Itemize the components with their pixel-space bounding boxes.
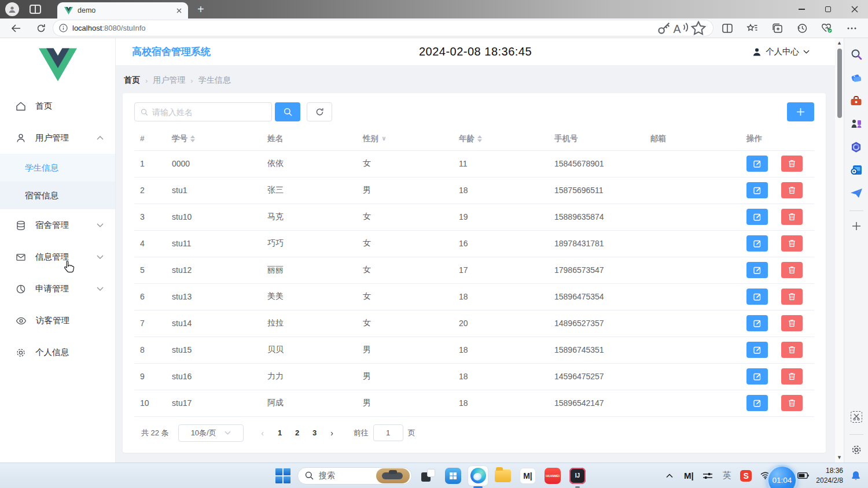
read-aloud-icon[interactable]: A (672, 20, 690, 36)
delete-button[interactable] (781, 156, 803, 172)
col-age[interactable]: 年龄 (453, 127, 549, 150)
sidebar-item-user-management[interactable]: 用户管理 (0, 122, 115, 154)
delete-button[interactable] (781, 368, 803, 385)
sidebar-item-home[interactable]: 首页 (0, 90, 115, 122)
delete-button[interactable] (781, 315, 803, 331)
page-scrollbar[interactable]: ▲ ▼ (835, 38, 844, 463)
sidebar-item-student-info[interactable]: 学生信息 (0, 154, 115, 182)
collections-icon[interactable] (768, 20, 786, 36)
edit-button[interactable] (746, 395, 768, 411)
scroll-down-arrow[interactable]: ▼ (835, 453, 844, 461)
search-highlight-image[interactable] (376, 468, 410, 483)
window-close-button[interactable] (841, 0, 868, 19)
edit-button[interactable] (746, 262, 768, 278)
window-restore-button[interactable] (815, 0, 841, 19)
games-icon[interactable] (849, 117, 863, 131)
microsoft-store-button[interactable] (443, 466, 463, 486)
breadcrumb-user-management[interactable]: 用户管理 (153, 75, 185, 86)
new-tab-button[interactable]: + (197, 3, 204, 16)
sort-icons[interactable] (190, 135, 195, 142)
breadcrumb-student-info[interactable]: 学生信息 (198, 75, 231, 86)
favorite-star-icon[interactable] (690, 20, 707, 36)
edit-button[interactable] (746, 342, 768, 358)
page-number-button[interactable]: 2 (289, 428, 306, 437)
taskbar-clock[interactable]: 18:36 2024/2/8 (816, 466, 843, 485)
password-key-icon[interactable] (655, 20, 672, 36)
tray-sliders-icon[interactable] (700, 467, 715, 485)
sidebar-item-dorm-admin-info[interactable]: 宿管信息 (0, 182, 115, 209)
shopping-icon[interactable] (849, 71, 863, 84)
delete-button[interactable] (781, 182, 803, 198)
scroll-up-arrow[interactable]: ▲ (835, 38, 844, 47)
history-icon[interactable] (793, 20, 811, 36)
browser-tab-demo[interactable]: demo (57, 2, 188, 19)
page-number-button[interactable]: 3 (306, 428, 323, 437)
edit-button[interactable] (746, 289, 768, 305)
sort-icons[interactable] (477, 135, 482, 142)
sidebar-item-application-management[interactable]: 申请管理 (0, 273, 115, 305)
browser-essentials-icon[interactable] (818, 20, 836, 36)
split-screen-icon[interactable] (719, 20, 736, 36)
edit-button[interactable] (746, 156, 768, 172)
delete-button[interactable] (781, 262, 803, 278)
sidebar-item-visitor-management[interactable]: 访客管理 (0, 305, 115, 337)
col-gender[interactable]: 性别∨ (357, 127, 453, 150)
delete-button[interactable] (781, 395, 803, 411)
delete-button[interactable] (781, 289, 803, 305)
user-menu[interactable]: 个人中心 (752, 46, 810, 57)
toolbox-icon[interactable] (849, 94, 863, 108)
huawei-app-button[interactable]: HUAWEI (543, 466, 562, 486)
favorites-icon[interactable] (744, 20, 761, 36)
refresh-button[interactable] (32, 20, 50, 36)
file-explorer-button[interactable] (493, 466, 513, 486)
edit-button[interactable] (746, 315, 768, 331)
delete-button[interactable] (781, 342, 803, 358)
outlook-icon[interactable] (849, 163, 863, 177)
workspaces-icon[interactable] (30, 5, 41, 14)
taskbar-search-box[interactable]: 搜索 (297, 467, 412, 485)
scrollbar-thumb[interactable] (837, 49, 842, 118)
name-search-field[interactable] (134, 102, 272, 121)
edit-button[interactable] (746, 182, 768, 198)
ime-language-indicator[interactable]: 英 (719, 467, 734, 485)
browser-profile-button[interactable] (5, 2, 19, 16)
add-student-button[interactable] (787, 102, 814, 121)
tray-m-app-icon[interactable]: M| (681, 467, 696, 485)
col-student-id[interactable]: 学号 (166, 127, 262, 150)
search-input[interactable] (152, 108, 266, 117)
microsoft365-icon[interactable] (849, 140, 863, 154)
tab-close-icon[interactable] (174, 6, 183, 15)
rail-add-icon[interactable] (849, 219, 863, 233)
intellij-idea-button[interactable]: IJ (568, 466, 587, 486)
url-bar[interactable]: localhost:8080/stuInfo A (53, 20, 713, 36)
prev-page-button[interactable]: ‹ (254, 428, 271, 438)
sidebar-item-message-management[interactable]: 信息管理 (0, 241, 115, 273)
reset-button[interactable] (307, 102, 332, 121)
screenshot-icon[interactable] (849, 410, 863, 424)
breadcrumb-home[interactable]: 首页 (124, 75, 140, 86)
edit-button[interactable] (746, 235, 768, 252)
battery-icon[interactable] (796, 467, 811, 485)
window-minimize-button[interactable] (788, 0, 815, 19)
m-app-button[interactable]: M| (518, 466, 538, 486)
back-button[interactable] (7, 20, 24, 36)
sogou-input-icon[interactable]: S (738, 467, 753, 485)
search-button[interactable] (275, 102, 300, 121)
notification-bell-icon[interactable] (848, 467, 863, 485)
edit-button[interactable] (746, 209, 768, 225)
drop-paperplane-icon[interactable] (849, 186, 863, 200)
sidebar-settings-gear-icon[interactable] (849, 443, 863, 457)
sidebar-search-icon[interactable] (849, 47, 863, 61)
edge-browser-button[interactable] (468, 466, 488, 486)
browser-menu-icon[interactable] (843, 20, 860, 36)
page-number-button[interactable]: 1 (271, 428, 289, 437)
sidebar-item-dorm-management[interactable]: 宿舍管理 (0, 209, 115, 241)
next-page-button[interactable]: › (323, 428, 341, 438)
site-info-icon[interactable] (59, 24, 68, 32)
goto-page-input[interactable] (373, 424, 403, 441)
edit-button[interactable] (746, 368, 768, 385)
delete-button[interactable] (781, 209, 803, 225)
filter-chevron-icon[interactable]: ∨ (381, 135, 387, 142)
start-button[interactable] (275, 468, 290, 483)
tray-chevron-up-icon[interactable] (662, 467, 677, 485)
